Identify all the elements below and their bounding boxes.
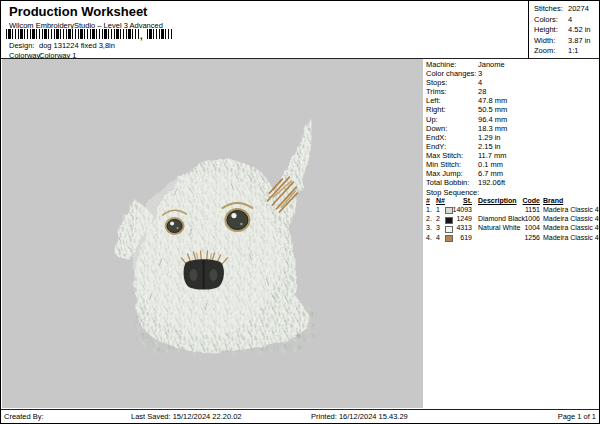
- summary-row-zoom: Zoom: 1:1: [534, 46, 600, 57]
- dog-left-eye: [165, 217, 185, 235]
- dog-right-eye: [224, 208, 250, 232]
- footer-page-number: Page 1 of 1: [558, 412, 596, 421]
- barcode-separator: ,: [140, 33, 143, 39]
- design-summary-box: Stitches: 20274 Colors: 4 Height: 4.52 i…: [528, 1, 600, 58]
- footer-created-by: Created By:: [4, 412, 44, 421]
- table-row: 4. 4 619 1256 Madeira Classic 40: [426, 234, 600, 243]
- table-row: 3. 3 4313 Natural White 1004 Madeira Cla…: [426, 224, 600, 233]
- design-label: Design:: [9, 41, 39, 50]
- stop-sequence-title: Stop Sequence:: [426, 188, 479, 197]
- stop-sequence-header: # N# St. Description Code Brand: [426, 197, 600, 206]
- barcode-bars-main: [6, 29, 139, 39]
- dog-head: [115, 117, 312, 352]
- table-row: 1. 1 14093 1151 Madeira Classic 40: [426, 206, 600, 215]
- summary-row-height: Height: 4.52 in: [534, 25, 600, 36]
- footer-last-saved: Last Saved: 15/12/2024 22.20.02: [131, 412, 242, 421]
- design-barcode: ,: [6, 29, 172, 39]
- design-canvas: [2, 59, 423, 408]
- design-value: dog 131224 fixed 3,8in: [39, 41, 115, 50]
- machine-info: Machine:Janome Color changes:3 Stops:4 T…: [426, 60, 507, 187]
- production-worksheet-page: Production Worksheet Wilcom EmbroiderySt…: [0, 0, 600, 424]
- table-row: 2. 2 1249 Diamond Black 1006 Madeira Cla…: [426, 215, 600, 224]
- footer-divider: [1, 409, 600, 410]
- page-title: Production Worksheet: [9, 4, 147, 19]
- stop-sequence-table: # N# St. Description Code Brand 1. 1 140…: [426, 197, 600, 243]
- summary-row-stitches: Stitches: 20274: [534, 4, 600, 15]
- summary-row-colors: Colors: 4: [534, 15, 600, 26]
- design-preview-dog: [2, 59, 423, 408]
- design-row: Design: dog 131224 fixed 3,8in: [9, 41, 115, 50]
- summary-row-width: Width: 3.87 in: [534, 36, 600, 47]
- footer-printed: Printed: 16/12/2024 15.43.29: [311, 412, 408, 421]
- barcode-bars-tail: [147, 29, 172, 39]
- dog-nose: [184, 259, 224, 289]
